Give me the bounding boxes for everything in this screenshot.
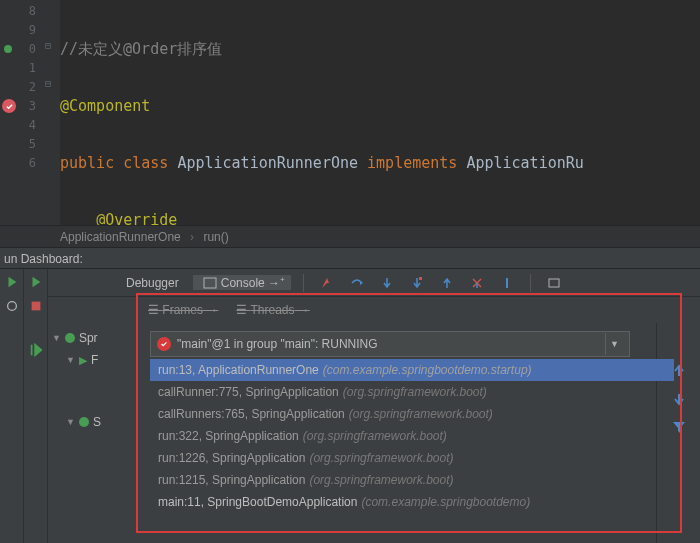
drop-frame-icon[interactable] (470, 276, 484, 290)
debug-tabbar: Debugger Console →+ (48, 269, 700, 297)
stack-frame[interactable]: run:13, ApplicationRunnerOne(com.example… (150, 359, 674, 381)
stop-icon[interactable] (29, 299, 43, 313)
evaluate-expression-icon[interactable] (547, 276, 561, 290)
threads-tab[interactable]: ☰ Threads → (236, 303, 310, 317)
tab-console[interactable]: Console →+ (193, 275, 291, 291)
stack-frame[interactable]: run:1226, SpringApplication(org.springfr… (150, 447, 674, 469)
svg-rect-4 (506, 278, 508, 288)
step-into-icon[interactable] (380, 276, 394, 290)
thread-selector-label: "main"@1 in group "main": RUNNING (177, 337, 378, 351)
console-icon (203, 276, 217, 290)
step-out-icon[interactable] (440, 276, 454, 290)
line-number: 1 (0, 59, 42, 78)
breadcrumb-method[interactable]: run() (203, 230, 228, 244)
line-number: 3 (0, 97, 42, 116)
code-area[interactable]: //未定义@Order排序值 @Component public class A… (60, 0, 700, 225)
toolbar-divider (303, 274, 304, 292)
settings-icon[interactable] (5, 299, 19, 313)
toolbar-divider (530, 274, 531, 292)
code-editor[interactable]: 8 9 0 1 2 3 4 5 6 ⊟ ⊟ //未定义@Order排序值 @Co… (0, 0, 700, 225)
call-stack[interactable]: run:13, ApplicationRunnerOne(com.example… (150, 359, 674, 513)
resume-icon[interactable] (29, 343, 43, 357)
run-gutter-icon[interactable] (4, 45, 12, 53)
line-number: 5 (0, 135, 42, 154)
thread-selector[interactable]: "main"@1 in group "main": RUNNING ▼ (150, 331, 630, 357)
breadcrumb-separator: › (190, 230, 194, 244)
tree-node[interactable]: ▼S (48, 411, 136, 433)
stack-frame[interactable]: callRunners:765, SpringApplication(org.s… (150, 403, 674, 425)
code-annotation: @Component (60, 97, 150, 115)
line-gutter: 8 9 0 1 2 3 4 5 6 (0, 0, 42, 225)
dashboard-main: Debugger Console →+ ☰ Frames → ☰ Threads… (48, 269, 700, 543)
play-icon: ▶ (79, 354, 87, 367)
fold-gutter: ⊟ ⊟ (42, 0, 60, 225)
stack-frame[interactable]: run:1215, SpringApplication(org.springfr… (150, 469, 674, 491)
code-comment: //未定义@Order排序值 (60, 40, 222, 58)
svg-point-0 (7, 302, 16, 311)
stack-frame[interactable]: run:322, SpringApplication(org.springfra… (150, 425, 674, 447)
step-over-icon[interactable] (350, 276, 364, 290)
frames-panel: "main"@1 in group "main": RUNNING ▼ run:… (136, 323, 656, 543)
run-to-cursor-icon[interactable] (500, 276, 514, 290)
run-dashboard: Debugger Console →+ ☰ Frames → ☰ Threads… (0, 269, 700, 543)
tree-node[interactable]: ▼▶F (48, 349, 136, 371)
frames-subtabs: ☰ Frames → ☰ Threads → (48, 297, 700, 323)
thread-status-icon (157, 337, 171, 351)
rerun-icon[interactable] (29, 275, 43, 289)
line-number: 6 (0, 154, 42, 173)
tree-node-root[interactable]: ▼Spr (48, 327, 136, 349)
run-config-tree[interactable]: ▼Spr ▼▶F ▼S (48, 323, 136, 543)
run-dashboard-title: un Dashboard: (0, 247, 700, 269)
run-status-icon (79, 417, 89, 427)
breadcrumb-class[interactable]: ApplicationRunnerOne (60, 230, 181, 244)
breakpoint-icon[interactable] (2, 99, 16, 113)
stack-frame[interactable]: main:11, SpringBootDemoApplication(com.e… (150, 491, 674, 513)
stack-frame[interactable]: callRunner:775, SpringApplication(org.sp… (150, 381, 674, 403)
force-step-into-icon[interactable] (410, 276, 424, 290)
dashboard-toolbar-left (0, 269, 24, 543)
frames-tab[interactable]: ☰ Frames → (148, 303, 218, 317)
svg-rect-1 (31, 302, 40, 311)
dashboard-content: ▼Spr ▼▶F ▼S "main"@1 in group "main": RU… (48, 323, 700, 543)
dashboard-toolbar-left2 (24, 269, 48, 543)
svg-rect-2 (204, 278, 216, 288)
tab-debugger[interactable]: Debugger (120, 276, 185, 290)
svg-rect-5 (549, 279, 559, 287)
play-icon[interactable] (5, 275, 19, 289)
fold-icon[interactable]: ⊟ (45, 40, 51, 51)
svg-rect-3 (419, 277, 422, 280)
line-number: 4 (0, 116, 42, 135)
line-number: 9 (0, 21, 42, 40)
line-number: 0 (0, 40, 42, 59)
fold-icon[interactable]: ⊟ (45, 78, 51, 89)
breadcrumb[interactable]: ApplicationRunnerOne › run() (0, 225, 700, 247)
line-number: 8 (0, 2, 42, 21)
run-status-icon (65, 333, 75, 343)
show-execution-point-icon[interactable] (320, 276, 334, 290)
line-number: 2 (0, 78, 42, 97)
dropdown-arrow-icon[interactable]: ▼ (605, 333, 623, 355)
